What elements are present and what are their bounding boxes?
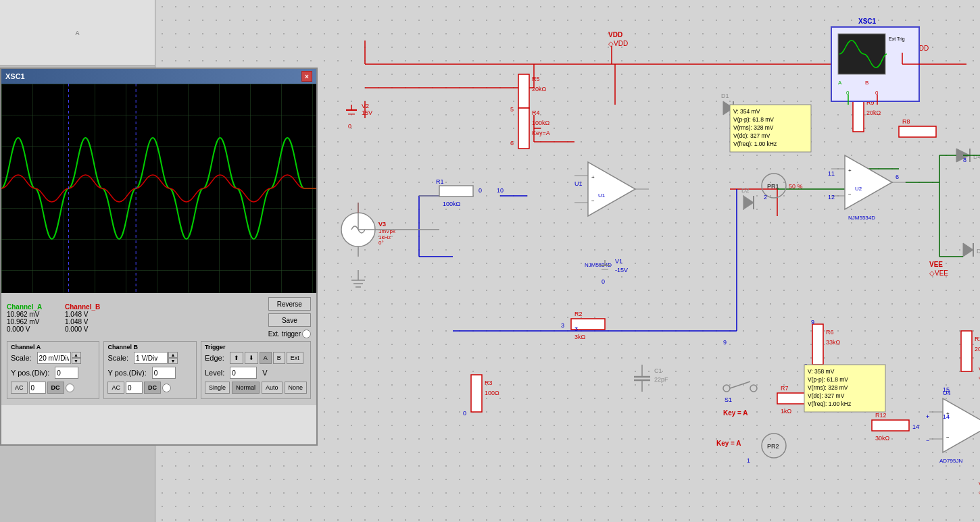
svg-text:10: 10	[497, 187, 504, 194]
svg-text:1kΩ: 1kΩ	[781, 408, 792, 415]
svg-text:1: 1	[747, 457, 750, 464]
svg-text:3: 3	[574, 325, 578, 332]
d2-diode: D2	[741, 187, 754, 209]
u1-label: U1	[574, 180, 583, 187]
none-btn[interactable]: None	[285, 382, 308, 394]
scale-a-up[interactable]: ▲	[72, 352, 81, 358]
oscilloscope-window: XSC1 × Channel_A 10.962 mV 10.962 mV 0.0…	[0, 68, 318, 446]
svg-line-116	[730, 382, 750, 388]
svg-text:20kΩ: 20kΩ	[866, 109, 881, 116]
channel-a-title: Channel A	[11, 344, 95, 350]
ch-b-val3: 0.000 V	[65, 325, 112, 333]
u1-opamp: + − U1	[574, 162, 649, 216]
ypos-b-input[interactable]	[152, 367, 176, 379]
scope-title: XSC1	[5, 72, 25, 80]
svg-marker-65	[743, 196, 754, 209]
ch-b-val1: 1.048 V	[65, 311, 112, 318]
scale-b-input[interactable]	[134, 352, 168, 364]
svg-text:R5: R5	[532, 76, 540, 82]
ch-b-dc-btn[interactable]: DC	[144, 382, 161, 394]
scale-a-stepper[interactable]: ▲ ▼	[72, 352, 81, 364]
svg-text:100kΩ: 100kΩ	[443, 201, 461, 207]
svg-marker-143	[963, 243, 973, 257]
edge-buttons: ⬆ ⬇ A B Ext	[230, 352, 303, 364]
svg-rect-130	[872, 420, 909, 431]
svg-text:11: 11	[828, 170, 835, 177]
svg-text:20kΩ: 20kΩ	[532, 86, 547, 93]
edge-a-btn[interactable]: A	[260, 352, 272, 364]
ch-b-radio[interactable]	[162, 384, 171, 392]
pr2-potentiometer: PR2 1	[747, 434, 786, 464]
svg-text:V1: V1	[615, 258, 622, 265]
ch-b-ac-btn[interactable]: AC	[107, 382, 124, 394]
key-a-label: Key = A	[716, 440, 741, 447]
level-input[interactable]	[230, 367, 257, 379]
scale-b-stepper[interactable]: ▲ ▼	[168, 352, 178, 364]
svg-text:R10: R10	[975, 336, 980, 342]
svg-text:15V: 15V	[362, 109, 372, 116]
auto-btn[interactable]: Auto	[262, 382, 283, 394]
svg-text:30kΩ: 30kΩ	[875, 435, 890, 442]
scale-b-down[interactable]: ▼	[168, 358, 178, 364]
trigger-title: Trigger	[205, 344, 307, 350]
svg-text:-15V: -15V	[615, 267, 628, 273]
svg-rect-150	[961, 331, 972, 371]
c1-capacitor: C1 22pF	[634, 365, 668, 392]
channel-a-header: Channel_A 10.962 mV 10.962 mV 0.000 V	[7, 303, 54, 333]
svg-text:R7: R7	[781, 385, 789, 392]
r12-resistor: R12 30kΩ 14	[872, 412, 919, 442]
svg-text:V(dc): 327 mV: V(dc): 327 mV	[808, 392, 845, 399]
save-button[interactable]: Save	[268, 313, 311, 327]
edge-b-btn[interactable]: B	[273, 352, 285, 364]
scope-display	[1, 84, 316, 293]
single-btn[interactable]: Single	[205, 382, 230, 394]
reverse-button[interactable]: Reverse	[268, 297, 311, 311]
svg-text:R3: R3	[485, 380, 493, 386]
svg-text:+: +	[591, 174, 595, 180]
voltage-probe-2: V: 358 mV V(p-p): 61.8 mV V(rms): 328 mV…	[804, 365, 885, 412]
svg-text:V(freq): 1.00 kHz: V(freq): 1.00 kHz	[808, 400, 851, 407]
ext-trigger-radio[interactable]	[302, 330, 311, 338]
edge-ext-btn[interactable]: Ext	[287, 352, 303, 364]
svg-text:0: 0	[348, 123, 351, 130]
svg-text:R12: R12	[875, 412, 887, 419]
d4-diode: D4 8	[956, 149, 980, 163]
channel-b-title: Channel B	[107, 344, 192, 350]
svg-text:D3: D3	[977, 248, 980, 255]
ch-b-zero[interactable]	[126, 382, 143, 394]
normal-btn[interactable]: Normal	[232, 382, 260, 394]
scale-a-input[interactable]	[37, 352, 71, 364]
svg-text:100Ω: 100Ω	[485, 390, 499, 396]
ch-a-zero[interactable]	[29, 382, 46, 394]
svg-text:2: 2	[764, 194, 767, 201]
svg-text:6: 6	[896, 174, 899, 180]
scale-b-label: Scale:	[107, 354, 128, 362]
edge-rising-btn[interactable]: ⬆	[230, 352, 243, 364]
svg-text:VEE: VEE	[929, 261, 943, 268]
ch-a-dc-btn[interactable]: DC	[47, 382, 64, 394]
green-wires	[906, 155, 980, 257]
ch-a-radio[interactable]	[66, 384, 74, 392]
scope-titlebar: XSC1 ×	[1, 69, 316, 84]
ypos-a-input[interactable]	[55, 367, 78, 379]
scale-b-up[interactable]: ▲	[168, 352, 178, 358]
svg-rect-49	[518, 108, 529, 149]
svg-text:+: +	[848, 167, 852, 174]
ch-a-ac-btn[interactable]: AC	[11, 382, 28, 394]
svg-text:9: 9	[723, 339, 727, 346]
r2-resistor: R2 3kΩ 3	[561, 311, 605, 340]
svg-rect-71	[853, 98, 864, 132]
edge-falling-btn[interactable]: ⬇	[245, 352, 258, 364]
svg-text:3kΩ: 3kΩ	[574, 334, 586, 340]
svg-text:V(rms): 328 mV: V(rms): 328 mV	[733, 124, 774, 131]
svg-text:XSC1: XSC1	[858, 18, 877, 25]
svg-text:A: A	[838, 80, 842, 86]
r4-potentiometer: R4 100kΩ Key=A 6	[510, 108, 550, 149]
scope-close-btn[interactable]: ×	[301, 71, 312, 82]
ypos-a-label: Y pos.(Div):	[11, 369, 49, 377]
channel-b-section: Channel B Scale: ▲ ▼ Y pos.(Div):	[103, 341, 196, 399]
node-labels: 10 3 9 2 9 14 15 16	[497, 187, 980, 444]
scale-a-down[interactable]: ▼	[72, 358, 81, 364]
svg-text:U2: U2	[855, 186, 862, 192]
svg-text:NJM5534D: NJM5534D	[848, 215, 875, 221]
